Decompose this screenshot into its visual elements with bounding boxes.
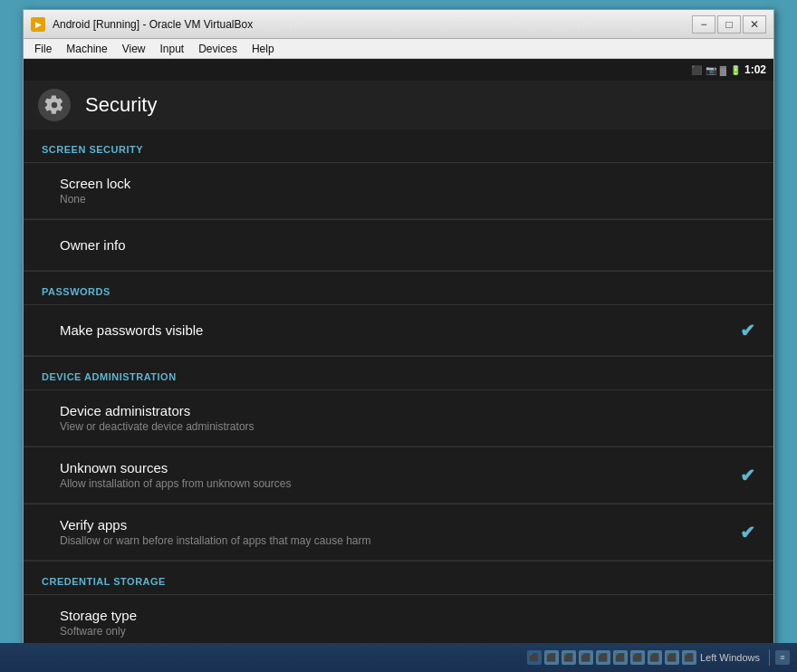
wifi-icon: ▓ <box>720 65 726 75</box>
window-title: Android [Running] - Oracle VM VirtualBox <box>53 18 685 31</box>
unknown-sources-text: Unknown sources Allow installation of ap… <box>60 460 740 490</box>
gear-icon <box>38 89 71 121</box>
menu-devices[interactable]: Devices <box>191 41 245 57</box>
verify-apps-checkmark: ✔ <box>740 522 755 543</box>
taskbar-icon-5[interactable]: ⬛ <box>596 650 610 665</box>
menu-file[interactable]: File <box>27 41 59 57</box>
passwords-header: PASSWORDS <box>24 272 773 304</box>
section-screen-security: SCREEN SECURITY Screen lock None Owner i… <box>24 130 773 272</box>
taskbar-icon-1[interactable]: ⬛ <box>527 650 542 665</box>
menu-view[interactable]: View <box>115 41 153 57</box>
taskbar-label: Left Windows <box>700 652 760 663</box>
settings-content: SCREEN SECURITY Screen lock None Owner i… <box>24 130 773 672</box>
page-title: Security <box>85 93 157 117</box>
device-administrators-text: Device administrators View or deactivate… <box>60 403 755 433</box>
taskbar-divider <box>769 649 770 666</box>
taskbar-icon-3[interactable]: ⬛ <box>562 650 576 665</box>
screen-lock-text: Screen lock None <box>60 176 755 206</box>
status-time: 1:02 <box>744 63 766 76</box>
storage-type-text: Storage type Software only <box>60 608 755 638</box>
screen-icon: ⬛ <box>691 65 702 75</box>
passwords-label: PASSWORDS <box>42 286 110 297</box>
taskbar-icon-6[interactable]: ⬛ <box>613 650 628 665</box>
minimize-button[interactable]: − <box>692 15 715 34</box>
maximize-button[interactable]: □ <box>717 15 741 34</box>
close-button[interactable]: ✕ <box>743 15 766 34</box>
android-screen: ⬛ 📷 ▓ 🔋 1:02 Security SCREEN SECURITY <box>24 59 773 672</box>
windows-taskbar: ⬛ ⬛ ⬛ ⬛ ⬛ ⬛ ⬛ ⬛ ⬛ ⬛ Left Windows ≡ <box>0 643 797 672</box>
storage-type-title: Storage type <box>60 608 755 623</box>
menu-help[interactable]: Help <box>245 41 282 57</box>
taskbar-icons-group: ⬛ ⬛ ⬛ ⬛ ⬛ ⬛ ⬛ ⬛ ⬛ ⬛ <box>527 650 696 665</box>
device-administrators-title: Device administrators <box>60 403 755 418</box>
title-bar: ▶ Android [Running] - Oracle VM VirtualB… <box>24 10 773 39</box>
taskbar-menu-icon[interactable]: ≡ <box>775 650 790 665</box>
verify-apps-text: Verify apps Disallow or warn before inst… <box>60 517 740 547</box>
taskbar-icon-7[interactable]: ⬛ <box>630 650 645 665</box>
section-passwords: PASSWORDS Make passwords visible ✔ <box>24 272 773 357</box>
camera-icon: 📷 <box>706 65 716 75</box>
menu-machine[interactable]: Machine <box>59 41 114 57</box>
passwords-checkmark: ✔ <box>740 320 755 341</box>
device-admin-label: DEVICE ADMINISTRATION <box>42 371 177 382</box>
device-admin-header: DEVICE ADMINISTRATION <box>24 357 773 389</box>
menu-bar: File Machine View Input Devices Help <box>24 39 773 59</box>
taskbar-icon-4[interactable]: ⬛ <box>579 650 593 665</box>
screen-lock-subtitle: None <box>60 193 755 206</box>
passwords-visible-text: Make passwords visible <box>60 322 740 338</box>
owner-info-title: Owner info <box>60 237 755 253</box>
passwords-visible-item[interactable]: Make passwords visible ✔ <box>24 305 773 356</box>
screen-lock-title: Screen lock <box>60 176 755 191</box>
app-icon: ▶ <box>31 17 45 32</box>
device-administrators-item[interactable]: Device administrators View or deactivate… <box>24 390 773 446</box>
screen-security-label: SCREEN SECURITY <box>42 144 143 155</box>
verify-apps-title: Verify apps <box>60 517 740 533</box>
android-status-bar: ⬛ 📷 ▓ 🔋 1:02 <box>24 59 773 81</box>
unknown-sources-title: Unknown sources <box>60 460 740 475</box>
owner-info-text: Owner info <box>60 237 755 253</box>
virtualbox-window: ▶ Android [Running] - Oracle VM VirtualB… <box>23 9 774 672</box>
window-controls: − □ ✕ <box>692 15 766 34</box>
taskbar-icon-8[interactable]: ⬛ <box>648 650 662 665</box>
battery-icon: 🔋 <box>730 65 741 75</box>
credential-storage-label: CREDENTIAL STORAGE <box>42 576 166 587</box>
screen-lock-item[interactable]: Screen lock None <box>24 163 773 219</box>
unknown-sources-checkmark: ✔ <box>740 465 755 486</box>
credential-storage-header: CREDENTIAL STORAGE <box>24 562 773 594</box>
menu-input[interactable]: Input <box>153 41 192 57</box>
screen-security-header: SCREEN SECURITY <box>24 130 773 162</box>
unknown-sources-item[interactable]: Unknown sources Allow installation of ap… <box>24 447 773 504</box>
passwords-visible-title: Make passwords visible <box>60 322 740 338</box>
owner-info-item[interactable]: Owner info <box>24 220 773 271</box>
verify-apps-subtitle: Disallow or warn before installation of … <box>60 534 740 547</box>
verify-apps-item[interactable]: Verify apps Disallow or warn before inst… <box>24 504 773 561</box>
taskbar-icon-2[interactable]: ⬛ <box>544 650 559 665</box>
taskbar-icon-10[interactable]: ⬛ <box>682 650 696 665</box>
taskbar-icon-9[interactable]: ⬛ <box>665 650 679 665</box>
section-device-admin: DEVICE ADMINISTRATION Device administrat… <box>24 357 773 562</box>
android-header: Security <box>24 81 773 130</box>
device-administrators-subtitle: View or deactivate device administrators <box>60 420 755 433</box>
storage-type-subtitle: Software only <box>60 625 755 638</box>
unknown-sources-subtitle: Allow installation of apps from unknown … <box>60 477 740 490</box>
